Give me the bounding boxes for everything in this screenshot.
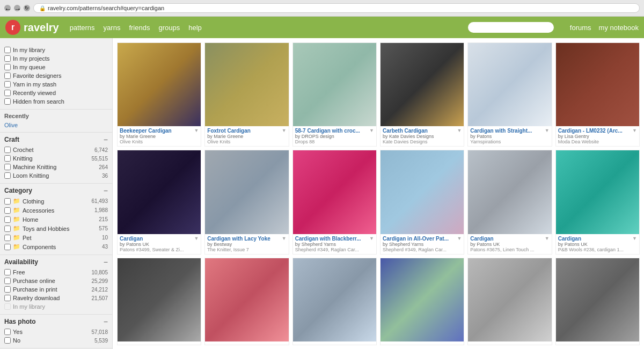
hidden-from-search-checkbox[interactable] — [4, 98, 11, 105]
clothing-checkbox[interactable] — [4, 198, 11, 205]
purchase-online-checkbox[interactable] — [4, 278, 11, 284]
availability-collapse-btn[interactable]: − — [104, 258, 108, 266]
in-my-projects-checkbox[interactable] — [4, 55, 11, 62]
pattern-dropdown-blackberry[interactable]: ▼ — [369, 236, 374, 241]
favorite-designers-checkbox[interactable] — [4, 72, 11, 79]
in-my-library-avail-checkbox[interactable] — [4, 303, 11, 310]
pattern-card-straight[interactable]: ▼ Cardigan with Straight... by Patons Ya… — [467, 42, 552, 147]
pattern-dropdown-lm0232[interactable]: ▼ — [632, 128, 637, 133]
nav-friends[interactable]: friends — [129, 24, 150, 32]
pattern-card-allover[interactable]: ▼ Cardigan in All-Over Pat... by Shepher… — [380, 150, 464, 254]
sidebar-hidden-from-search[interactable]: Hidden from search — [4, 97, 108, 106]
pattern-card-blackberry[interactable]: ▼ Cardigan with Blackberr... by Shepherd… — [292, 150, 377, 254]
pattern-card-r3c[interactable] — [292, 258, 377, 345]
accessories-checkbox[interactable] — [4, 207, 11, 214]
pattern-card-carbeth[interactable]: ▼ Carbeth Cardigan by Kate Davies Design… — [380, 42, 464, 147]
pattern-card-r3b[interactable] — [204, 258, 289, 345]
pattern-card-r3d[interactable] — [380, 258, 464, 345]
free-checkbox[interactable] — [4, 269, 11, 275]
sidebar-accessories[interactable]: 📁 Accessories 1,988 — [4, 206, 108, 215]
pattern-dropdown-patons-uk[interactable]: ▼ — [194, 236, 199, 241]
nav-help[interactable]: help — [188, 24, 202, 32]
pattern-name-887: 58-7 Cardigan with croc... — [295, 128, 369, 134]
machine-knitting-checkbox[interactable] — [4, 164, 11, 170]
sidebar-in-my-library[interactable]: In my library — [4, 46, 108, 54]
sidebar-has-photo-yes[interactable]: Yes 57,018 — [4, 328, 108, 336]
sidebar-knitting[interactable]: Knitting 55,515 — [4, 154, 108, 163]
craft-collapse-btn[interactable]: − — [104, 136, 108, 143]
pattern-dropdown-lacy-yoke[interactable]: ▼ — [282, 236, 287, 241]
sidebar-favorite-designers[interactable]: Favorite designers — [4, 71, 108, 80]
components-checkbox[interactable] — [4, 244, 11, 250]
sidebar-clothing[interactable]: 📁 Clothing 61,493 — [4, 197, 108, 206]
sidebar-in-my-projects[interactable]: In my projects — [4, 54, 108, 63]
toys-hobbies-checkbox[interactable] — [4, 226, 11, 232]
home-checkbox[interactable] — [4, 216, 11, 223]
pattern-dropdown-887[interactable]: ▼ — [369, 128, 374, 133]
pattern-card-patons-uk[interactable]: ▼ Cardigan by Patons UK Patons #3499, Sw… — [117, 150, 201, 254]
sidebar-in-my-library-avail[interactable]: In my library — [4, 302, 108, 311]
pattern-card-foxtrot[interactable]: ▼ Foxtrot Cardigan by Marie Greene Olive… — [204, 42, 289, 147]
pattern-card-r3e[interactable] — [467, 258, 552, 345]
sidebar-home[interactable]: 📁 Home 215 — [4, 215, 108, 224]
nav-yarns[interactable]: yarns — [104, 24, 121, 32]
back-button[interactable]: ← — [4, 5, 11, 11]
pattern-dropdown-straight[interactable]: ▼ — [545, 128, 550, 133]
forward-button[interactable]: → — [14, 5, 20, 11]
yarn-in-my-stash-checkbox[interactable] — [4, 81, 11, 88]
sidebar-toys-and-hobbies[interactable]: 📁 Toys and Hobbies 575 — [4, 224, 108, 233]
nav-notebook[interactable]: my notebook — [599, 24, 639, 32]
address-bar[interactable]: 🔒 ravelry.com/patterns/search#query=card… — [33, 3, 640, 13]
recently-viewed-checkbox[interactable] — [4, 90, 11, 96]
has-photo-yes-checkbox[interactable] — [4, 329, 11, 335]
pattern-by-lacy-yoke: by Bestway — [207, 242, 286, 247]
logo[interactable]: r ravelry — [5, 20, 59, 35]
pattern-dropdown-allover[interactable]: ▼ — [457, 236, 462, 241]
crochet-checkbox[interactable] — [4, 147, 11, 153]
in-my-library-checkbox[interactable] — [4, 47, 11, 53]
pattern-card-r3f[interactable] — [555, 258, 640, 345]
sidebar-components[interactable]: 📁 Components 43 — [4, 242, 108, 251]
sidebar-loom-knitting[interactable]: Loom Knitting 36 — [4, 171, 108, 180]
knitting-checkbox[interactable] — [4, 155, 11, 162]
refresh-button[interactable]: ↻ — [24, 5, 30, 11]
pattern-card-887[interactable]: ▼ 58-7 Cardigan with croc... by DROPS de… — [292, 42, 377, 147]
sidebar-has-photo-no[interactable]: No 5,539 — [4, 336, 108, 345]
sidebar-in-my-queue[interactable]: In my queue — [4, 63, 108, 71]
pattern-card-lacy-yoke[interactable]: ▼ Cardigan with Lacy Yoke by Bestway The… — [204, 150, 289, 254]
pattern-card-teal[interactable]: ▼ Cardigan by Patons UK P&B Wools #236, … — [555, 150, 640, 254]
nav-patterns[interactable]: patterns — [70, 24, 95, 32]
pattern-card-grey[interactable]: ▼ Cardigan by Patons UK Patons #3675, Li… — [467, 150, 552, 254]
nav-groups[interactable]: groups — [158, 24, 180, 32]
pattern-card-r3a[interactable] — [117, 258, 201, 345]
sidebar-purchase-in-print[interactable]: Purchase in print 24,212 — [4, 285, 108, 294]
sidebar-machine-knitting[interactable]: Machine Knitting 264 — [4, 163, 108, 171]
sidebar-crochet[interactable]: Crochet 6,742 — [4, 146, 108, 154]
in-my-queue-checkbox[interactable] — [4, 64, 11, 70]
search-input[interactable] — [468, 22, 554, 33]
sidebar-yarn-in-my-stash[interactable]: Yarn in my stash — [4, 80, 108, 89]
pattern-dropdown-grey[interactable]: ▼ — [545, 236, 550, 241]
sidebar-pet[interactable]: 📁 Pet 10 — [4, 233, 108, 242]
sidebar-ravelry-download[interactable]: Ravelry download 21,507 — [4, 294, 108, 302]
loom-knitting-checkbox[interactable] — [4, 172, 11, 179]
pattern-dropdown-carbeth[interactable]: ▼ — [457, 128, 462, 133]
has-photo-no-checkbox[interactable] — [4, 337, 11, 344]
category-collapse-btn[interactable]: − — [104, 187, 108, 194]
sidebar-free[interactable]: Free 10,805 — [4, 268, 108, 277]
pattern-dropdown-beekeeper[interactable]: ▼ — [194, 128, 199, 133]
category-section: Category − 📁 Clothing 61,493 📁 Accessori… — [0, 184, 112, 255]
nav-forums[interactable]: forums — [570, 24, 591, 32]
pattern-dropdown-foxtrot[interactable]: ▼ — [282, 128, 287, 133]
pet-checkbox[interactable] — [4, 235, 11, 241]
pattern-card-beekeeper[interactable]: ▼ Beekeeper Cardigan by Marie Greene Oli… — [117, 42, 201, 147]
category-section-title: Category − — [4, 187, 108, 194]
sidebar-recently-viewed[interactable]: Recently viewed — [4, 89, 108, 97]
pattern-card-lm0232[interactable]: ▼ Cardigan - LM0232 (Arc... by Lisa Gent… — [555, 42, 640, 147]
has-photo-collapse-btn[interactable]: − — [104, 318, 108, 325]
purchase-in-print-checkbox[interactable] — [4, 286, 11, 293]
sidebar-purchase-online[interactable]: Purchase online 25,299 — [4, 277, 108, 285]
recently-item-olive[interactable]: Olive — [4, 121, 108, 129]
ravelry-download-checkbox[interactable] — [4, 295, 11, 301]
pattern-dropdown-teal[interactable]: ▼ — [632, 236, 637, 241]
